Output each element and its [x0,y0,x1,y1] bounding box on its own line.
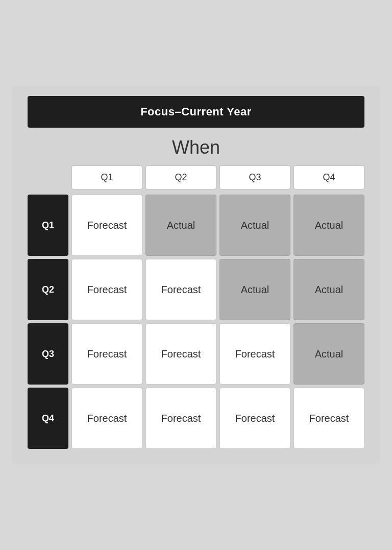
cell-q2-col1: Forecast [71,259,142,320]
grid-section: Q1ForecastActualActualActualQ2ForecastFo… [28,195,364,449]
col-header-q4: Q4 [293,165,364,189]
cell-q3-col1: Forecast [71,323,142,385]
cell-q2-col4: Actual [293,259,364,320]
grid-row-q2: Q2ForecastForecastActualActual [28,259,364,320]
cell-q2-col2: Forecast [145,259,216,320]
main-card: Focus–Current Year When Q1 Q2 Q3 Q4 Q1Fo… [12,86,380,464]
cell-q3-col4: Actual [293,323,364,385]
cell-q4-col2: Forecast [145,388,216,449]
cell-q1-col3: Actual [219,195,290,256]
title-bar: Focus–Current Year [28,96,364,128]
cell-q3-col2: Forecast [145,323,216,385]
col-header-q3: Q3 [219,165,290,189]
cell-q4-col1: Forecast [71,388,142,449]
cell-q3-col3: Forecast [219,323,290,385]
grid-row-q3: Q3ForecastForecastForecastActual [28,323,364,385]
cell-q1-col2: Actual [145,195,216,256]
cell-q2-col3: Actual [219,259,290,320]
cell-q4-col4: Forecast [293,388,364,449]
row-label-q4: Q4 [28,388,68,449]
row-label-q3: Q3 [28,323,68,385]
cell-q4-col3: Forecast [219,388,290,449]
cell-q1-col1: Forecast [71,195,142,256]
title-text: Focus–Current Year [140,105,252,118]
page-container: Focus–Current Year When Q1 Q2 Q3 Q4 Q1Fo… [0,0,392,550]
cell-q1-col4: Actual [293,195,364,256]
col-spacer [28,165,68,189]
when-label: When [28,137,364,158]
col-header-q2: Q2 [145,165,216,189]
column-headers: Q1 Q2 Q3 Q4 [28,165,364,189]
grid-row-q1: Q1ForecastActualActualActual [28,195,364,256]
row-label-q1: Q1 [28,195,68,256]
grid-row-q4: Q4ForecastForecastForecastForecast [28,388,364,449]
row-label-q2: Q2 [28,259,68,320]
col-header-q1: Q1 [71,165,142,189]
